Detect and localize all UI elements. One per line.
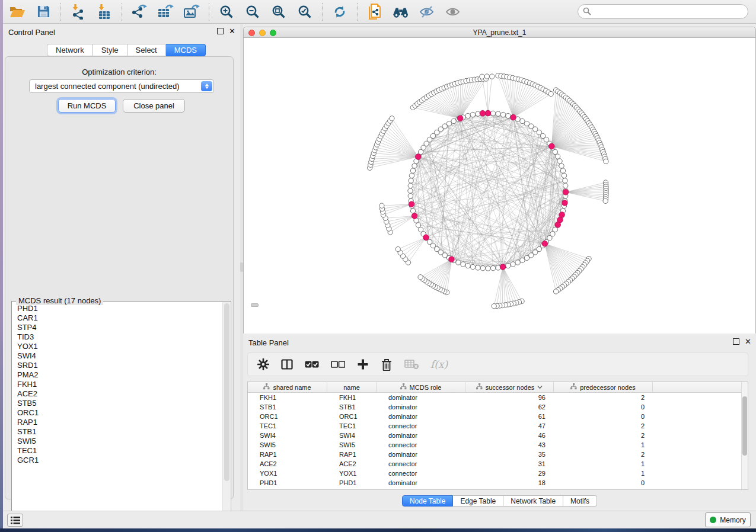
network-graph[interactable] [244,38,755,334]
export-image-icon[interactable] [183,4,200,20]
import-table-icon[interactable] [96,4,113,20]
column-header-shared-name[interactable]: shared name [248,382,327,392]
table-row[interactable]: TEC1TEC1connector472 [248,421,748,431]
refresh-icon[interactable] [331,4,348,20]
tab-edge-table[interactable]: Edge Table [453,495,503,507]
search-objects-icon[interactable] [393,4,409,20]
delete-icon[interactable] [381,358,393,371]
tab-node-table[interactable]: Node Table [402,495,454,507]
export-network-icon[interactable] [131,4,148,20]
table-row[interactable]: YOX1YOX1connector291 [248,469,748,478]
close-icon[interactable]: ✕ [745,338,751,345]
export-table-icon[interactable] [157,4,174,20]
mcds-result-item[interactable]: SWI4 [12,351,223,361]
zoom-in-icon[interactable] [218,4,235,20]
tab-style[interactable]: Style [93,44,127,56]
import-network-icon[interactable] [70,4,87,20]
horizontal-splitter-handle-icon[interactable] [251,303,259,307]
memory-button[interactable]: Memory [705,512,751,527]
table-cell: connector [377,459,465,469]
table-row[interactable]: PHD1PHD1dominator180 [248,478,748,488]
show-panels-button[interactable] [7,514,23,527]
open-folder-icon[interactable] [9,4,25,20]
table-scrollbar[interactable] [741,382,748,489]
zoom-out-icon[interactable] [244,4,261,20]
criterion-value: largest connected component (undirected) [35,82,180,91]
column-header-successor-nodes[interactable]: successor nodes [465,382,554,392]
float-icon[interactable] [217,28,224,34]
table-cell: 1 [554,459,653,469]
table-row[interactable]: STB1STB1dominator620 [248,402,748,412]
column-header-MCDS-role[interactable]: MCDS role [377,382,465,392]
network-window-titlebar[interactable]: YPA_prune.txt_1 [244,27,755,38]
save-icon[interactable] [35,4,52,20]
mcds-result-item[interactable]: PMA2 [12,370,223,380]
table-row[interactable]: SWI4SWI4dominator462 [248,431,748,440]
close-icon[interactable]: ✕ [229,28,235,34]
table-cell: 96 [465,393,554,402]
table-cell: 18 [465,478,554,488]
tab-network[interactable]: Network [47,44,93,56]
tree-icon [476,383,483,391]
column-header-predecessor-nodes[interactable]: predecessor nodes [554,382,653,392]
mcds-result-item[interactable]: SWI5 [12,437,223,446]
tab-motifs[interactable]: Motifs [563,495,597,507]
table-cell: 31 [465,459,554,469]
table-row[interactable]: RAP1RAP1dominator352 [248,450,748,459]
desktop-edge [0,0,3,532]
hide-selected-icon[interactable] [419,4,435,20]
mcds-result-item[interactable]: YOX1 [12,342,223,351]
mcds-result-item[interactable]: TEC1 [12,446,223,456]
gear-icon[interactable] [257,358,269,371]
zoom-fit-icon[interactable] [270,4,287,20]
tab-mcds[interactable]: MCDS [166,44,206,56]
mcds-result-item[interactable]: ORC1 [12,408,223,418]
mcds-result-item[interactable]: ACE2 [12,389,223,399]
table-cell: dominator [377,412,465,421]
show-all-icon[interactable] [445,4,461,20]
mcds-result-item[interactable]: FKH1 [12,380,223,389]
node-table: shared namenameMCDS rolesuccessor nodesp… [247,382,748,490]
mcds-result-item[interactable]: RAP1 [12,418,223,427]
tab-network-table[interactable]: Network Table [503,495,563,507]
run-mcds-button[interactable]: Run MCDS [58,99,116,113]
search-input[interactable] [578,4,748,19]
table-row[interactable]: ORC1ORC1dominator610 [248,412,748,421]
mcds-result-item[interactable]: STB5 [12,399,223,408]
table-cell: 1 [554,469,653,478]
share-document-icon[interactable] [366,4,383,20]
close-panel-button[interactable]: Close panel [123,99,185,113]
table-panel-title: Table Panel [248,338,289,347]
select-stepper-icon[interactable] [201,81,212,91]
select-all-icon[interactable] [305,358,319,371]
mcds-result-list[interactable]: PHD1CAR1STP4TID3YOX1SWI4SRD1PMA2FKH1ACE2… [12,304,223,518]
deselect-all-icon[interactable] [331,358,345,371]
table-cell: ACE2 [327,459,377,469]
mcds-result-item[interactable]: STP4 [12,323,223,332]
table-cell: TEC1 [248,421,327,431]
criterion-select[interactable]: largest connected component (undirected) [29,79,214,93]
table-row[interactable]: FKH1FKH1dominator962 [248,393,748,402]
add-icon[interactable] [357,358,369,371]
table-cell: SWI5 [327,440,377,450]
table-cell: dominator [377,393,465,402]
mcds-list-scrollbar[interactable] [222,302,230,518]
mcds-result-item[interactable]: STB1 [12,427,223,437]
network-canvas[interactable] [244,38,755,334]
zoom-selected-icon[interactable] [296,4,313,20]
mcds-result-item[interactable]: SRD1 [12,361,223,370]
mcds-result-item[interactable]: GCR1 [12,456,223,465]
mcds-result-item[interactable]: PHD1 [12,304,223,313]
main-toolbar [0,0,756,24]
table-cell: RAP1 [248,450,327,459]
mcds-result-item[interactable]: CAR1 [12,313,223,323]
table-cell: dominator [377,431,465,440]
mcds-result-item[interactable]: TID3 [12,332,223,342]
table-row[interactable]: SWI5SWI5connector431 [248,440,748,450]
columns-icon[interactable] [281,358,293,371]
table-row[interactable]: ACE2ACE2connector311 [248,459,748,469]
tab-select[interactable]: Select [127,44,166,56]
column-header-name[interactable]: name [327,382,377,392]
float-icon[interactable] [733,338,739,345]
node-table-header: shared namenameMCDS rolesuccessor nodesp… [248,382,748,393]
